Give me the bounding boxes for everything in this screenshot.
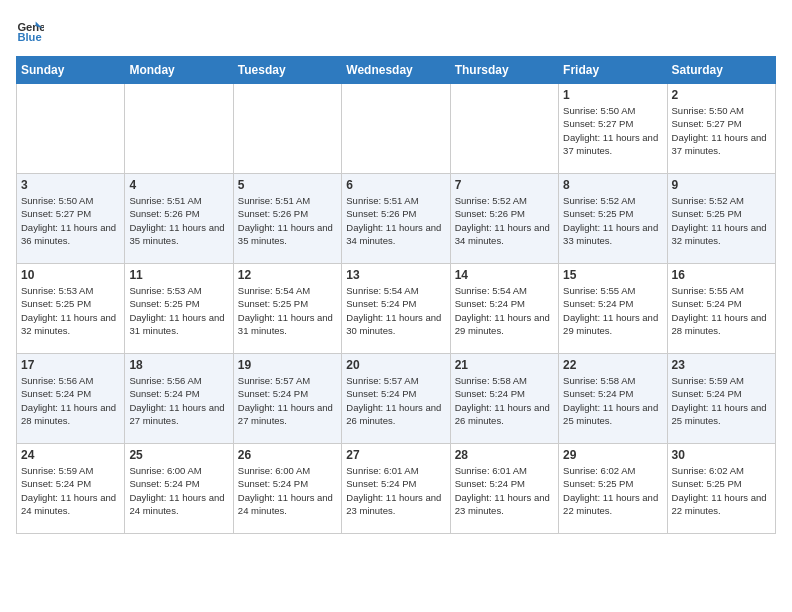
day-info: Sunrise: 5:53 AM Sunset: 5:25 PM Dayligh… xyxy=(129,284,228,337)
day-info: Sunrise: 5:56 AM Sunset: 5:24 PM Dayligh… xyxy=(21,374,120,427)
day-number: 13 xyxy=(346,268,445,282)
calendar-week-row: 3 Sunrise: 5:50 AM Sunset: 5:27 PM Dayli… xyxy=(17,174,776,264)
daylight-text: Daylight: 11 hours and 37 minutes. xyxy=(563,132,658,156)
day-number: 21 xyxy=(455,358,554,372)
daylight-text: Daylight: 11 hours and 25 minutes. xyxy=(563,402,658,426)
day-info: Sunrise: 6:02 AM Sunset: 5:25 PM Dayligh… xyxy=(672,464,771,517)
calendar-cell: 4 Sunrise: 5:51 AM Sunset: 5:26 PM Dayli… xyxy=(125,174,233,264)
sunset-text: Sunset: 5:26 PM xyxy=(129,208,199,219)
daylight-text: Daylight: 11 hours and 28 minutes. xyxy=(672,312,767,336)
sunrise-text: Sunrise: 5:53 AM xyxy=(21,285,93,296)
day-info: Sunrise: 5:53 AM Sunset: 5:25 PM Dayligh… xyxy=(21,284,120,337)
day-number: 16 xyxy=(672,268,771,282)
day-info: Sunrise: 5:50 AM Sunset: 5:27 PM Dayligh… xyxy=(672,104,771,157)
sunrise-text: Sunrise: 5:54 AM xyxy=(238,285,310,296)
sunset-text: Sunset: 5:25 PM xyxy=(238,298,308,309)
calendar-cell: 1 Sunrise: 5:50 AM Sunset: 5:27 PM Dayli… xyxy=(559,84,667,174)
day-info: Sunrise: 6:01 AM Sunset: 5:24 PM Dayligh… xyxy=(346,464,445,517)
sunset-text: Sunset: 5:24 PM xyxy=(346,388,416,399)
svg-text:Blue: Blue xyxy=(17,31,41,43)
calendar-table: SundayMondayTuesdayWednesdayThursdayFrid… xyxy=(16,56,776,534)
sunrise-text: Sunrise: 5:52 AM xyxy=(455,195,527,206)
sunrise-text: Sunrise: 5:53 AM xyxy=(129,285,201,296)
calendar-cell: 27 Sunrise: 6:01 AM Sunset: 5:24 PM Dayl… xyxy=(342,444,450,534)
day-info: Sunrise: 5:54 AM Sunset: 5:24 PM Dayligh… xyxy=(455,284,554,337)
sunset-text: Sunset: 5:24 PM xyxy=(346,298,416,309)
sunrise-text: Sunrise: 5:56 AM xyxy=(21,375,93,386)
calendar-cell xyxy=(233,84,341,174)
weekday-header-sunday: Sunday xyxy=(17,57,125,84)
sunset-text: Sunset: 5:24 PM xyxy=(129,478,199,489)
calendar-cell: 18 Sunrise: 5:56 AM Sunset: 5:24 PM Dayl… xyxy=(125,354,233,444)
sunrise-text: Sunrise: 5:57 AM xyxy=(238,375,310,386)
day-number: 9 xyxy=(672,178,771,192)
sunset-text: Sunset: 5:27 PM xyxy=(672,118,742,129)
sunrise-text: Sunrise: 6:02 AM xyxy=(672,465,744,476)
calendar-cell: 16 Sunrise: 5:55 AM Sunset: 5:24 PM Dayl… xyxy=(667,264,775,354)
sunset-text: Sunset: 5:24 PM xyxy=(238,388,308,399)
sunrise-text: Sunrise: 5:54 AM xyxy=(455,285,527,296)
daylight-text: Daylight: 11 hours and 29 minutes. xyxy=(455,312,550,336)
daylight-text: Daylight: 11 hours and 27 minutes. xyxy=(238,402,333,426)
sunset-text: Sunset: 5:24 PM xyxy=(21,478,91,489)
sunset-text: Sunset: 5:24 PM xyxy=(563,388,633,399)
calendar-cell: 12 Sunrise: 5:54 AM Sunset: 5:25 PM Dayl… xyxy=(233,264,341,354)
sunset-text: Sunset: 5:24 PM xyxy=(672,298,742,309)
day-info: Sunrise: 5:54 AM Sunset: 5:24 PM Dayligh… xyxy=(346,284,445,337)
day-number: 6 xyxy=(346,178,445,192)
sunset-text: Sunset: 5:25 PM xyxy=(21,298,91,309)
day-number: 12 xyxy=(238,268,337,282)
calendar-cell: 14 Sunrise: 5:54 AM Sunset: 5:24 PM Dayl… xyxy=(450,264,558,354)
sunset-text: Sunset: 5:24 PM xyxy=(455,478,525,489)
day-info: Sunrise: 5:52 AM Sunset: 5:25 PM Dayligh… xyxy=(563,194,662,247)
day-number: 10 xyxy=(21,268,120,282)
sunrise-text: Sunrise: 6:00 AM xyxy=(238,465,310,476)
daylight-text: Daylight: 11 hours and 24 minutes. xyxy=(21,492,116,516)
day-number: 3 xyxy=(21,178,120,192)
calendar-cell: 19 Sunrise: 5:57 AM Sunset: 5:24 PM Dayl… xyxy=(233,354,341,444)
calendar-cell: 10 Sunrise: 5:53 AM Sunset: 5:25 PM Dayl… xyxy=(17,264,125,354)
daylight-text: Daylight: 11 hours and 26 minutes. xyxy=(455,402,550,426)
day-number: 18 xyxy=(129,358,228,372)
calendar-week-row: 24 Sunrise: 5:59 AM Sunset: 5:24 PM Dayl… xyxy=(17,444,776,534)
sunset-text: Sunset: 5:25 PM xyxy=(672,208,742,219)
daylight-text: Daylight: 11 hours and 22 minutes. xyxy=(672,492,767,516)
daylight-text: Daylight: 11 hours and 31 minutes. xyxy=(129,312,224,336)
day-number: 23 xyxy=(672,358,771,372)
sunrise-text: Sunrise: 6:02 AM xyxy=(563,465,635,476)
sunrise-text: Sunrise: 5:52 AM xyxy=(672,195,744,206)
day-info: Sunrise: 5:58 AM Sunset: 5:24 PM Dayligh… xyxy=(455,374,554,427)
calendar-cell xyxy=(342,84,450,174)
sunrise-text: Sunrise: 6:01 AM xyxy=(455,465,527,476)
day-number: 17 xyxy=(21,358,120,372)
calendar-cell: 28 Sunrise: 6:01 AM Sunset: 5:24 PM Dayl… xyxy=(450,444,558,534)
sunset-text: Sunset: 5:25 PM xyxy=(129,298,199,309)
day-info: Sunrise: 5:51 AM Sunset: 5:26 PM Dayligh… xyxy=(129,194,228,247)
calendar-cell: 25 Sunrise: 6:00 AM Sunset: 5:24 PM Dayl… xyxy=(125,444,233,534)
calendar-cell: 30 Sunrise: 6:02 AM Sunset: 5:25 PM Dayl… xyxy=(667,444,775,534)
sunset-text: Sunset: 5:25 PM xyxy=(563,208,633,219)
sunset-text: Sunset: 5:24 PM xyxy=(455,388,525,399)
sunrise-text: Sunrise: 5:51 AM xyxy=(238,195,310,206)
sunrise-text: Sunrise: 5:58 AM xyxy=(563,375,635,386)
calendar-week-row: 17 Sunrise: 5:56 AM Sunset: 5:24 PM Dayl… xyxy=(17,354,776,444)
weekday-header-monday: Monday xyxy=(125,57,233,84)
sunrise-text: Sunrise: 5:55 AM xyxy=(672,285,744,296)
daylight-text: Daylight: 11 hours and 32 minutes. xyxy=(672,222,767,246)
day-info: Sunrise: 5:58 AM Sunset: 5:24 PM Dayligh… xyxy=(563,374,662,427)
calendar-cell: 17 Sunrise: 5:56 AM Sunset: 5:24 PM Dayl… xyxy=(17,354,125,444)
page-header: General Blue xyxy=(16,16,776,44)
calendar-cell: 22 Sunrise: 5:58 AM Sunset: 5:24 PM Dayl… xyxy=(559,354,667,444)
calendar-cell xyxy=(450,84,558,174)
sunset-text: Sunset: 5:27 PM xyxy=(21,208,91,219)
sunrise-text: Sunrise: 5:57 AM xyxy=(346,375,418,386)
calendar-cell: 3 Sunrise: 5:50 AM Sunset: 5:27 PM Dayli… xyxy=(17,174,125,264)
daylight-text: Daylight: 11 hours and 26 minutes. xyxy=(346,402,441,426)
calendar-cell: 29 Sunrise: 6:02 AM Sunset: 5:25 PM Dayl… xyxy=(559,444,667,534)
day-number: 1 xyxy=(563,88,662,102)
calendar-cell: 24 Sunrise: 5:59 AM Sunset: 5:24 PM Dayl… xyxy=(17,444,125,534)
sunset-text: Sunset: 5:24 PM xyxy=(455,298,525,309)
sunrise-text: Sunrise: 5:54 AM xyxy=(346,285,418,296)
calendar-cell: 15 Sunrise: 5:55 AM Sunset: 5:24 PM Dayl… xyxy=(559,264,667,354)
calendar-cell: 11 Sunrise: 5:53 AM Sunset: 5:25 PM Dayl… xyxy=(125,264,233,354)
